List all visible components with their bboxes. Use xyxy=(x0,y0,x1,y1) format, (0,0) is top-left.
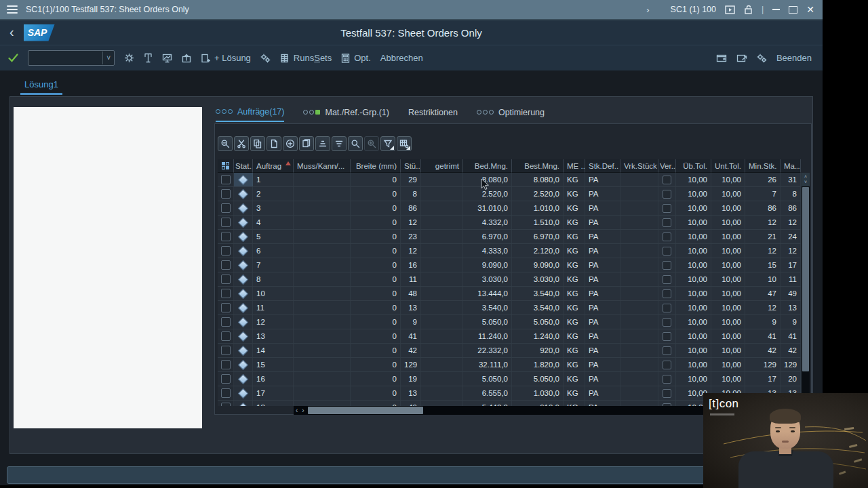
vertical-scrollbar[interactable]: ˄˅ xyxy=(801,173,810,406)
cell-ver[interactable] xyxy=(658,358,676,371)
cell-ver[interactable] xyxy=(658,372,676,386)
vertical-scroll-thumb[interactable] xyxy=(802,187,809,371)
cell-ver[interactable] xyxy=(658,386,676,400)
table-row[interactable]: 60124.333,02.120,0KGPA10,0010,001212 xyxy=(218,244,810,258)
ver-checkbox[interactable] xyxy=(663,190,671,199)
row-checkbox[interactable] xyxy=(221,203,231,213)
back-arrow-icon[interactable]: ‹ xyxy=(9,24,14,40)
row-checkbox[interactable] xyxy=(221,346,231,355)
table-row[interactable]: 1304111.240,01.240,0KGPA10,0010,004141 xyxy=(218,329,810,344)
session-play-icon[interactable] xyxy=(725,5,735,14)
alv-copy-button[interactable] xyxy=(250,136,265,151)
ver-checkbox[interactable] xyxy=(663,232,671,241)
cell-sel[interactable] xyxy=(218,358,234,371)
ver-checkbox[interactable] xyxy=(663,375,671,384)
column-header-min[interactable]: Min.Stk. xyxy=(745,159,781,173)
close-icon[interactable]: ✕ xyxy=(806,5,814,14)
alv-sort-desc-button[interactable] xyxy=(332,136,347,151)
table-row[interactable]: 10298.080,08.080,0KGPA10,0010,002631 xyxy=(218,173,810,187)
horizontal-scroll-thumb[interactable] xyxy=(308,407,423,414)
cell-ver[interactable] xyxy=(658,272,676,286)
process-button[interactable] xyxy=(260,54,271,63)
cell-sel[interactable] xyxy=(218,173,234,186)
cell-ver[interactable] xyxy=(658,344,676,357)
column-header-stue[interactable]: Stü.. xyxy=(401,159,421,173)
table-row[interactable]: 110133.540,03.540,0KGPA10,0010,001213 xyxy=(218,301,810,315)
unlock-icon[interactable] xyxy=(744,5,753,14)
column-header-ver[interactable]: Ver... xyxy=(658,159,676,173)
table-row[interactable]: 1404222.332,0920,0KGPA10,0010,004242 xyxy=(218,344,810,358)
cell-ver[interactable] xyxy=(658,230,676,243)
menu-hamburger-icon[interactable] xyxy=(7,5,18,14)
ver-checkbox[interactable] xyxy=(663,247,671,256)
minimize-icon[interactable] xyxy=(772,9,780,10)
cutting-preview-canvas[interactable] xyxy=(14,107,202,428)
cell-sel[interactable] xyxy=(218,230,234,243)
column-header-ueb[interactable]: Üb.Tol. xyxy=(676,159,711,173)
column-header-best[interactable]: Best.Mng. xyxy=(512,159,564,173)
cell-sel[interactable] xyxy=(218,187,234,201)
cell-ver[interactable] xyxy=(658,401,676,406)
scroll-arrows-icon[interactable]: ˄˅ xyxy=(802,173,810,186)
cell-sel[interactable] xyxy=(218,401,234,406)
alv-scissors-button[interactable] xyxy=(234,136,249,151)
ver-checkbox[interactable] xyxy=(663,176,671,184)
alv-page-button[interactable] xyxy=(267,136,281,151)
column-header-getrimt[interactable]: getrimt xyxy=(421,159,463,173)
cell-ver[interactable] xyxy=(658,201,676,215)
cell-sel[interactable] xyxy=(218,315,234,329)
ver-checkbox[interactable] xyxy=(663,261,671,270)
tab-auftr-ge-17-[interactable]: Aufträge(17) xyxy=(216,106,284,122)
tab-restriktionen[interactable]: Restriktionen xyxy=(408,106,458,122)
column-header-auftrag[interactable]: Auftrag xyxy=(253,159,294,173)
row-checkbox[interactable] xyxy=(221,403,231,406)
row-checkbox[interactable] xyxy=(221,388,231,398)
tab-mat-ref-grp-1-[interactable]: Mat./Ref.-Grp.(1) xyxy=(303,106,389,122)
ver-checkbox[interactable] xyxy=(663,304,671,312)
cell-ver[interactable] xyxy=(658,315,676,329)
services-button[interactable] xyxy=(757,54,767,63)
chevron-down-icon[interactable]: ˅ xyxy=(102,52,114,64)
ver-checkbox[interactable] xyxy=(663,332,671,341)
measure-button[interactable] xyxy=(144,53,153,63)
ver-checkbox[interactable] xyxy=(663,361,671,369)
alv-filter-button[interactable] xyxy=(380,136,395,151)
row-checkbox[interactable] xyxy=(221,218,231,227)
alv-sort-asc-button[interactable] xyxy=(315,136,330,151)
row-checkbox[interactable] xyxy=(221,303,231,312)
table-row[interactable]: 50236.970,06.970,0KGPA10,0010,002124 xyxy=(218,230,810,244)
column-header-breite[interactable]: Breite (mm) xyxy=(351,159,401,173)
cell-sel[interactable] xyxy=(218,272,234,286)
alv-table-settings-button[interactable] xyxy=(397,136,412,151)
column-header-stk[interactable]: Stk.Def.. xyxy=(585,159,620,173)
ver-checkbox[interactable] xyxy=(663,389,671,398)
select-all-icon[interactable] xyxy=(222,162,230,169)
tab-optimierung[interactable]: Optimierung xyxy=(477,106,545,122)
cancel-button[interactable]: Abbrechen xyxy=(380,53,423,63)
row-checkbox[interactable] xyxy=(221,232,231,241)
table-row[interactable]: 12095.050,05.050,0KGPA10,0010,0099 xyxy=(218,315,810,329)
cell-ver[interactable] xyxy=(658,244,676,258)
row-checkbox[interactable] xyxy=(221,175,231,184)
chevron-right-icon[interactable]: › xyxy=(646,5,649,15)
cell-ver[interactable] xyxy=(658,187,676,201)
column-header-stat[interactable]: Stat.. xyxy=(234,159,253,173)
cell-ver[interactable] xyxy=(658,173,676,186)
ver-checkbox[interactable] xyxy=(663,218,671,227)
monitor-button[interactable] xyxy=(162,54,172,63)
confirm-button[interactable] xyxy=(8,54,18,62)
user-settings-button[interactable] xyxy=(124,53,134,63)
restore-icon[interactable] xyxy=(789,6,797,14)
alv-magnifier-button[interactable] xyxy=(348,136,363,151)
row-checkbox[interactable] xyxy=(221,374,231,384)
alv-pages-button[interactable] xyxy=(299,136,314,151)
cell-ver[interactable] xyxy=(658,216,676,229)
row-checkbox[interactable] xyxy=(221,260,231,270)
cell-sel[interactable] xyxy=(218,329,234,343)
cell-ver[interactable] xyxy=(658,301,676,314)
add-solution-button[interactable]: + Lösung xyxy=(201,53,251,63)
ver-checkbox[interactable] xyxy=(663,204,671,213)
new-session-window-button[interactable] xyxy=(716,54,727,63)
cell-sel[interactable] xyxy=(218,386,234,400)
alv-magnifier-minus-button[interactable] xyxy=(218,136,233,151)
